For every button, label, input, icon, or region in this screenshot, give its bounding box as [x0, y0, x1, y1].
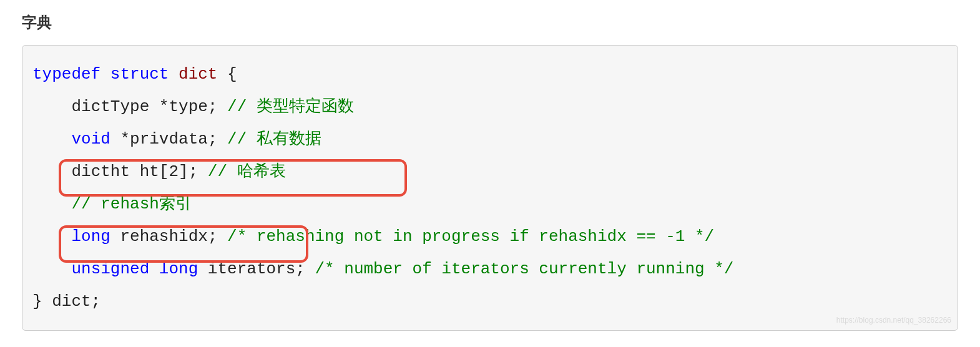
code-line-2: dictType *type; // 类型特定函数 [32, 90, 948, 123]
field-privdata: *privdata; [110, 130, 218, 149]
keyword-unsigned: unsigned [71, 260, 149, 278]
code-line-5: // rehash索引 [32, 188, 948, 220]
comment-ht: // 哈希表 [198, 162, 285, 181]
indent [32, 162, 71, 181]
field-type: dictType *type; [71, 97, 217, 116]
comment-type: // 类型特定函数 [217, 97, 353, 116]
comment-iterators: /* number of iterators currently running… [315, 260, 734, 278]
indent [32, 260, 71, 278]
code-line-7: unsigned long iterators; /* number of it… [32, 253, 948, 285]
code-line-3: void *privdata; // 私有数据 [32, 123, 948, 155]
field-ht: dictht ht[2]; [71, 162, 198, 181]
code-content: typedef struct dict { dictType *type; //… [32, 58, 948, 318]
code-line-6: long rehashidx; /* rehashing not in prog… [32, 220, 948, 253]
keyword-long-2: long [149, 260, 198, 278]
keyword-typedef: typedef [32, 65, 100, 84]
indent [32, 195, 71, 213]
keyword-long: long [71, 227, 110, 246]
code-block: typedef struct dict { dictType *type; //… [22, 45, 958, 331]
code-line-1: typedef struct dict { [32, 58, 948, 90]
code-line-4: dictht ht[2]; // 哈希表 [32, 155, 948, 188]
type-dict: dict [179, 65, 217, 84]
indent [32, 227, 71, 246]
field-rehashidx: rehashidx; [110, 227, 227, 246]
close-struct: } dict; [32, 292, 100, 311]
keyword-void: void [71, 130, 110, 149]
keyword-struct: struct [110, 65, 169, 84]
watermark: https://blog.csdn.net/qq_38262266 [836, 313, 951, 328]
section-title: 字典 [22, 12, 958, 32]
indent [32, 130, 71, 149]
comment-rehash-index: // rehash索引 [71, 195, 191, 213]
indent [32, 97, 71, 116]
comment-rehashidx: /* rehashing not in progress if rehashid… [227, 227, 714, 246]
open-brace: { [217, 65, 237, 84]
comment-privdata: // 私有数据 [217, 130, 321, 149]
code-line-8: } dict; [32, 285, 948, 318]
field-iterators: iterators; [198, 260, 315, 278]
